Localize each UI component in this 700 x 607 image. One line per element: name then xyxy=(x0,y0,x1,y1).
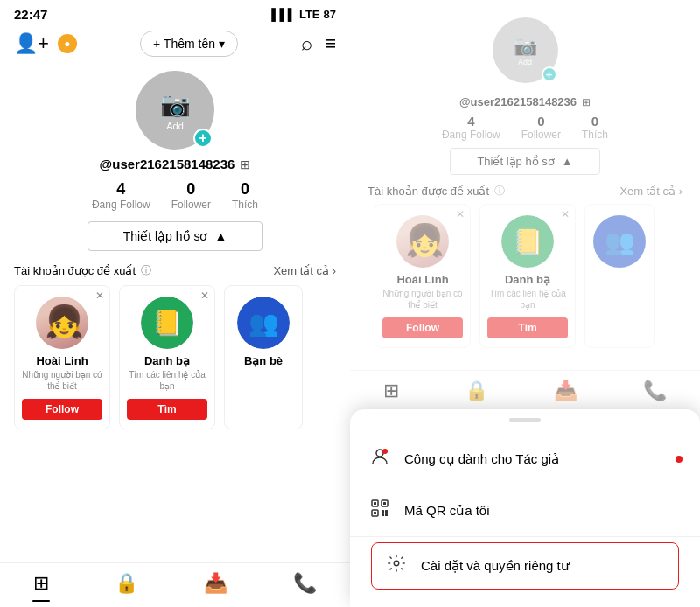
right-close-icon-1[interactable]: ✕ xyxy=(456,208,465,220)
right-find-button[interactable]: Tìm xyxy=(487,317,568,338)
right-likes-label: Thích xyxy=(582,129,608,141)
right-close-icon-2[interactable]: ✕ xyxy=(561,208,570,220)
add-person-icon[interactable]: 👤+ xyxy=(14,32,49,55)
card-desc: Tìm các liên hệ của bạn xyxy=(127,369,207,392)
right-avatar-wrap: 📷 Add + xyxy=(493,17,558,83)
right-suggestions-label: Tài khoản được đề xuất ⓘ xyxy=(368,184,505,199)
right-chevron-icon: ▲ xyxy=(562,155,573,168)
likes-count: 0 xyxy=(232,180,258,199)
friends-icon: 👥 xyxy=(237,297,290,349)
right-profile-btn-label: Thiết lập hồ sơ xyxy=(477,155,554,168)
right-nav-home: ⊞ xyxy=(383,380,399,402)
following-label: Đang Follow xyxy=(92,199,150,211)
nav-inbox[interactable]: 📥 xyxy=(204,572,228,595)
svg-rect-8 xyxy=(382,510,384,513)
right-qr-icon: ⊞ xyxy=(582,96,591,108)
username: @user2162158148236 xyxy=(100,157,235,171)
right-avatar: 📷 Add + xyxy=(493,17,558,83)
add-name-button[interactable]: + Thêm tên ▾ xyxy=(140,31,238,57)
qr-code-item[interactable]: Mã QR của tôi xyxy=(350,485,700,536)
right-follow-button[interactable]: Follow xyxy=(382,317,463,338)
see-all-link[interactable]: Xem tất cả › xyxy=(273,264,336,277)
creator-tools-item[interactable]: Công cụ dành cho Tác giả xyxy=(350,434,700,485)
right-suggestion-cards: ✕ Hoài Linh Những người bạn có thể biết … xyxy=(364,204,686,348)
drag-handle xyxy=(509,418,541,422)
home-icon: ⊞ xyxy=(33,572,49,595)
svg-point-12 xyxy=(394,561,399,566)
right-following-label: Đang Follow xyxy=(442,129,500,141)
svg-point-1 xyxy=(382,449,388,454)
creator-icon xyxy=(368,446,392,472)
close-icon[interactable]: ✕ xyxy=(200,290,209,302)
right-stat-likes: 0 Thích xyxy=(582,114,608,141)
stats-row: 4 Đang Follow 0 Follower 0 Thích xyxy=(92,180,258,211)
right-user-header: 📷 Add + @user2162158148236 ⊞ 4 Đang Foll… xyxy=(364,9,686,175)
right-nav-lock: 🔒 xyxy=(465,380,488,402)
suggestions-label: Tài khoản được đề xuất ⓘ xyxy=(14,263,151,278)
svg-rect-7 xyxy=(374,512,376,514)
coin-icon: ● xyxy=(58,34,77,53)
nav-lock[interactable]: 🔒 xyxy=(115,572,138,595)
avatar-section: 📷 Add + xyxy=(136,71,214,150)
card-avatar xyxy=(36,297,88,349)
suggestions-header: Tài khoản được đề xuất ⓘ Xem tất cả › xyxy=(0,251,350,285)
qr-icon xyxy=(368,498,392,524)
menu-divider-2 xyxy=(350,536,700,537)
lte-icon: LTE xyxy=(299,8,320,21)
right-setup-profile-button[interactable]: Thiết lập hồ sơ ▲ xyxy=(450,148,599,175)
card-name: Hoài Linh xyxy=(36,354,88,367)
right-add-badge: + xyxy=(542,66,557,82)
nav-profile[interactable]: 📞 xyxy=(293,572,317,595)
menu-icon[interactable]: ≡ xyxy=(325,32,336,55)
svg-rect-11 xyxy=(385,513,388,516)
status-time: 22:47 xyxy=(14,7,47,22)
settings-item[interactable]: Cài đặt và quyền riêng tư xyxy=(371,542,679,590)
right-username: @user2162158148236 xyxy=(459,95,577,108)
right-username-row: @user2162158148236 ⊞ xyxy=(459,95,591,108)
right-follower-count: 0 xyxy=(522,114,561,129)
profile-btn-label: Thiết lập hồ sơ xyxy=(123,229,208,243)
right-nav-profile: 📞 xyxy=(643,380,667,402)
suggestion-card-hoai-linh: ✕ Hoài Linh Những người bạn có thể biết … xyxy=(14,285,110,429)
settings-icon xyxy=(384,554,409,578)
profile-icon: 📞 xyxy=(293,572,317,595)
status-icons: ▌▌▌ LTE 87 xyxy=(271,8,336,21)
chevron-down-icon: ▾ xyxy=(219,37,225,51)
close-icon[interactable]: ✕ xyxy=(95,290,104,302)
avatar[interactable]: 📷 Add + xyxy=(136,71,214,150)
follower-count: 0 xyxy=(172,180,211,199)
right-person-avatar xyxy=(396,215,449,268)
bottom-nav: ⊞ 🔒 📥 📞 xyxy=(0,562,350,607)
right-nav-inbox: 📥 xyxy=(554,380,578,402)
stat-following: 4 Đang Follow xyxy=(92,180,150,211)
add-label: Add xyxy=(166,121,184,131)
right-card-name-2: Danh bạ xyxy=(505,273,550,286)
status-bar: 22:47 ▌▌▌ LTE 87 xyxy=(0,0,350,25)
find-button[interactable]: Tìm xyxy=(127,399,207,420)
stat-follower: 0 Follower xyxy=(172,180,211,211)
settings-label: Cài đặt và quyền riêng tư xyxy=(421,558,570,574)
qr-code-label: Mã QR của tôi xyxy=(404,503,490,519)
add-badge: + xyxy=(193,129,213,148)
left-screen: 22:47 ▌▌▌ LTE 87 👤+ ● + Thêm tên ▾ ⌕ ≡ 📷… xyxy=(0,0,350,607)
setup-profile-button[interactable]: Thiết lập hồ sơ ▲ xyxy=(88,221,263,251)
dropdown-menu: Công cụ dành cho Tác giả xyxy=(350,409,700,607)
right-card-hoai-linh: ✕ Hoài Linh Những người bạn có thể biết … xyxy=(374,204,471,348)
right-suggestions-header: Tài khoản được đề xuất ⓘ Xem tất cả › xyxy=(364,175,686,204)
creator-tools-label: Công cụ dành cho Tác giả xyxy=(404,451,559,467)
right-card-desc-2: Tìm các liên hệ của bạn xyxy=(487,288,568,310)
right-see-all-link[interactable]: Xem tất cả › xyxy=(620,185,682,198)
camera-icon: 📷 xyxy=(160,90,191,119)
qr-code-icon[interactable]: ⊞ xyxy=(240,157,250,171)
search-icon[interactable]: ⌕ xyxy=(301,32,312,55)
nav-home[interactable]: ⊞ xyxy=(33,572,49,595)
card-avatar: 📒 xyxy=(141,297,193,349)
follow-button[interactable]: Follow xyxy=(22,399,102,420)
right-card-friends: 👥 xyxy=(584,204,654,348)
card-name: Danh bạ xyxy=(144,354,190,367)
notification-dot xyxy=(676,456,682,463)
right-card-contacts: ✕ 📒 Danh bạ Tìm các liên hệ của bạn Tìm xyxy=(480,204,576,348)
top-nav: 👤+ ● + Thêm tên ▾ ⌕ ≡ xyxy=(0,25,350,62)
svg-rect-6 xyxy=(383,502,386,505)
person-avatar xyxy=(36,297,88,349)
